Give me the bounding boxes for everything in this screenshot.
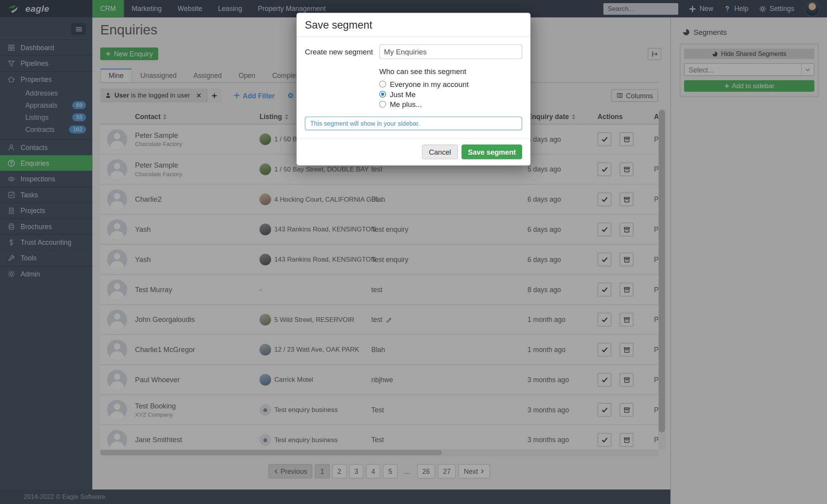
cancel-button[interactable]: Cancel (422, 145, 458, 159)
radio-icon (379, 91, 386, 98)
radio-label: Just Me (390, 90, 415, 99)
visibility-radio-option[interactable]: Me plus... (379, 99, 522, 109)
segment-name-input[interactable] (379, 44, 522, 59)
radio-icon (379, 81, 386, 88)
app-window: eagle CRM Marketing Website Leasing Prop… (0, 0, 827, 504)
radio-label: Everyone in my account (390, 80, 468, 89)
radio-icon (379, 101, 386, 108)
visibility-radio-option[interactable]: Everyone in my account (379, 79, 522, 89)
modal-title: Save segment (297, 13, 530, 37)
visibility-radio-option[interactable]: Just Me (379, 89, 522, 99)
save-segment-button[interactable]: Save segment (462, 145, 522, 159)
segment-name-label: Create new segment (305, 44, 379, 59)
visibility-question: Who can see this segment (379, 67, 522, 76)
radio-label: Me plus... (390, 100, 422, 108)
visibility-options: Everyone in my account Just Me Me plus..… (379, 79, 522, 109)
sidebar-note: This segment will show in your sidebar. (305, 117, 522, 130)
save-segment-modal: Save segment Create new segment Who can … (296, 13, 531, 166)
